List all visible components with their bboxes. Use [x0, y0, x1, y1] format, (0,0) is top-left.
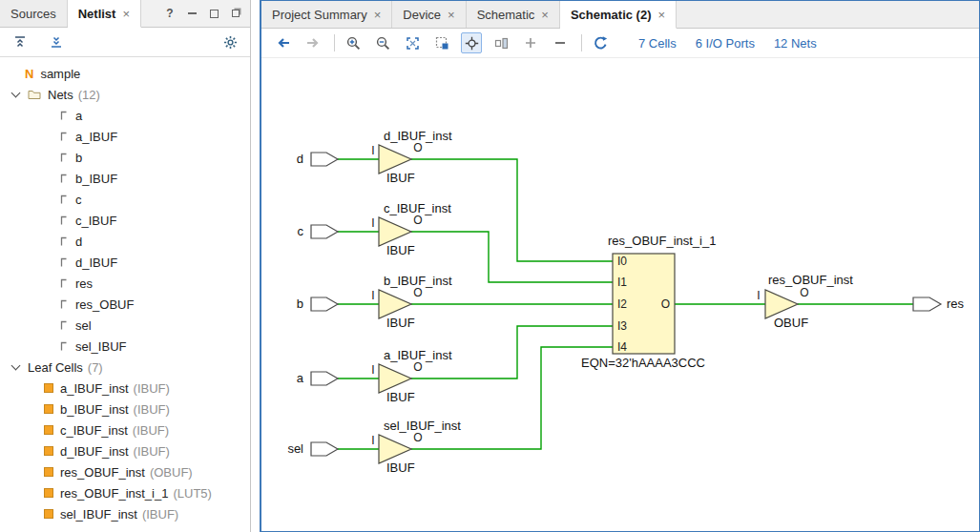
netlist-icon: N [25, 67, 33, 81]
float-button[interactable] [229, 7, 242, 20]
tree-item-leaf-cell[interactable]: d_IBUF_inst (IBUF) [0, 440, 250, 461]
tree-item-root[interactable]: N sample [0, 63, 250, 84]
port-shape[interactable] [311, 297, 338, 311]
tree-label: sel [75, 318, 92, 333]
chevron-down-icon[interactable] [11, 361, 21, 371]
regenerate-button[interactable] [590, 32, 611, 53]
tree-item-net[interactable]: d [0, 231, 250, 252]
back-button[interactable] [273, 32, 294, 53]
leaf-cell-icon [44, 488, 53, 498]
minimize-icon [188, 12, 197, 14]
expand-all-button[interactable] [46, 31, 67, 52]
cell-type: OBUF [774, 316, 808, 330]
expand-cone-button[interactable] [490, 32, 511, 53]
zoom-selection-button[interactable] [431, 32, 452, 53]
settings-button[interactable] [219, 31, 240, 52]
zoom-out-button[interactable] [372, 32, 393, 53]
expand-cone-icon [494, 36, 509, 51]
input-port-sel[interactable]: sel [287, 441, 338, 456]
ibuf-cell-c[interactable]: I O c_IBUF_inst IBUF [371, 201, 451, 257]
buffer-shape[interactable] [379, 145, 411, 174]
input-port-b[interactable]: b [297, 297, 338, 311]
tree-item-leaf-cell[interactable]: res_OBUF_inst (OBUF) [0, 461, 250, 482]
tab-sources[interactable]: Sources [0, 0, 68, 27]
tree-group-leaf-cells[interactable]: Leaf Cells (7) [0, 357, 250, 378]
close-icon[interactable]: × [541, 9, 549, 21]
close-icon[interactable]: × [122, 8, 130, 20]
port-shape[interactable] [311, 372, 338, 385]
tree-label: b [75, 151, 82, 165]
tree-item-net[interactable]: b [0, 147, 250, 168]
leaf-cell-icon [44, 509, 53, 519]
tab-device[interactable]: Device × [392, 1, 466, 28]
panel-window-buttons: ? [163, 0, 250, 27]
tree-item-net[interactable]: a [0, 105, 250, 126]
pin-label-in: I [371, 363, 374, 377]
buffer-shape[interactable] [379, 364, 411, 393]
tree-item-leaf-cell[interactable]: res_OBUF_inst_i_1 (LUT5) [0, 482, 250, 503]
tree-item-net[interactable]: c [0, 189, 250, 210]
input-port-a[interactable]: a [297, 371, 338, 385]
port-shape[interactable] [311, 442, 338, 456]
buffer-shape[interactable] [379, 435, 411, 463]
io-ports-count-link[interactable]: 6 I/O Ports [696, 36, 755, 51]
collapse-all-icon [13, 35, 27, 49]
ibuf-cell-d[interactable]: I O d_IBUF_inst IBUF [371, 129, 452, 185]
tree-label: d [75, 235, 82, 249]
cells-count-link[interactable]: 7 Cells [638, 36, 677, 51]
close-icon[interactable]: × [448, 9, 455, 21]
close-icon[interactable]: × [374, 9, 382, 21]
tab-schematic-2[interactable]: Schematic (2) × [560, 1, 677, 29]
nets-count-link[interactable]: 12 Nets [774, 36, 817, 51]
tree-group-nets[interactable]: Nets (12) [0, 84, 250, 105]
buffer-shape[interactable] [379, 290, 411, 318]
remove-from-schematic-button[interactable] [550, 32, 571, 53]
forward-button[interactable] [302, 32, 323, 53]
tree-item-net[interactable]: res [0, 273, 250, 294]
autofit-selection-button[interactable] [461, 32, 482, 53]
tab-schematic[interactable]: Schematic × [467, 1, 560, 28]
tree-item-net[interactable]: c_IBUF [0, 210, 250, 231]
input-port-c[interactable]: c [298, 224, 339, 238]
tree-item-leaf-cell[interactable]: b_IBUF_inst (IBUF) [0, 399, 250, 419]
pin-label-in: I [371, 434, 374, 447]
collapse-all-button[interactable] [10, 31, 31, 52]
ibuf-cell-a[interactable]: I O a_IBUF_inst IBUF [371, 348, 452, 404]
tree-item-net[interactable]: sel_IBUF [0, 336, 250, 357]
minimize-button[interactable] [185, 7, 198, 20]
tree-item-net[interactable]: b_IBUF [0, 168, 250, 189]
buffer-shape[interactable] [765, 290, 798, 318]
add-to-schematic-button[interactable] [520, 32, 541, 53]
forward-arrow-icon [305, 36, 321, 50]
zoom-fit-button[interactable] [402, 32, 423, 53]
tree-item-net[interactable]: sel [0, 315, 250, 336]
tree-item-leaf-cell[interactable]: a_IBUF_inst (IBUF) [0, 378, 250, 399]
port-shape[interactable] [311, 225, 338, 238]
tree-item-leaf-cell[interactable]: sel_IBUF_inst (IBUF) [0, 503, 250, 524]
obuf-cell[interactable]: res_OBUF_inst I O OBUF [757, 273, 853, 330]
tab-netlist[interactable]: Netlist × [68, 0, 141, 28]
ibuf-cell-b[interactable]: I O b_IBUF_inst IBUF [371, 274, 452, 330]
tree-item-net[interactable]: d_IBUF [0, 252, 250, 273]
port-shape[interactable] [311, 153, 338, 166]
tab-project-summary[interactable]: Project Summary × [261, 1, 392, 28]
tree-item-leaf-cell[interactable]: c_IBUF_inst (IBUF) [0, 419, 250, 440]
output-port-res[interactable]: res [913, 297, 965, 311]
maximize-button[interactable] [207, 7, 220, 20]
zoom-in-button[interactable] [343, 32, 364, 53]
tree-item-net[interactable]: res_OBUF [0, 294, 250, 315]
close-icon[interactable]: × [657, 9, 665, 21]
toolbar-separator [334, 34, 335, 51]
net-icon [58, 236, 69, 247]
schematic-toolbar: 7 Cells 6 I/O Ports 12 Nets [261, 29, 979, 58]
ibuf-cell-sel[interactable]: I O sel_IBUF_inst IBUF [371, 419, 461, 475]
chevron-down-icon[interactable] [11, 89, 21, 98]
buffer-shape[interactable] [379, 217, 411, 246]
input-port-d[interactable]: d [297, 152, 338, 166]
lut5-cell[interactable]: res_OBUF_inst_i_1 I0 I1 I2 I3 I4 O EQN=3… [581, 234, 716, 370]
tree-item-net[interactable]: a_IBUF [0, 126, 250, 147]
cell-type-label: (IBUF) [133, 423, 169, 438]
help-button[interactable]: ? [163, 7, 177, 20]
port-shape[interactable] [913, 297, 941, 311]
schematic-canvas[interactable]: d c b a sel I O [261, 58, 978, 531]
